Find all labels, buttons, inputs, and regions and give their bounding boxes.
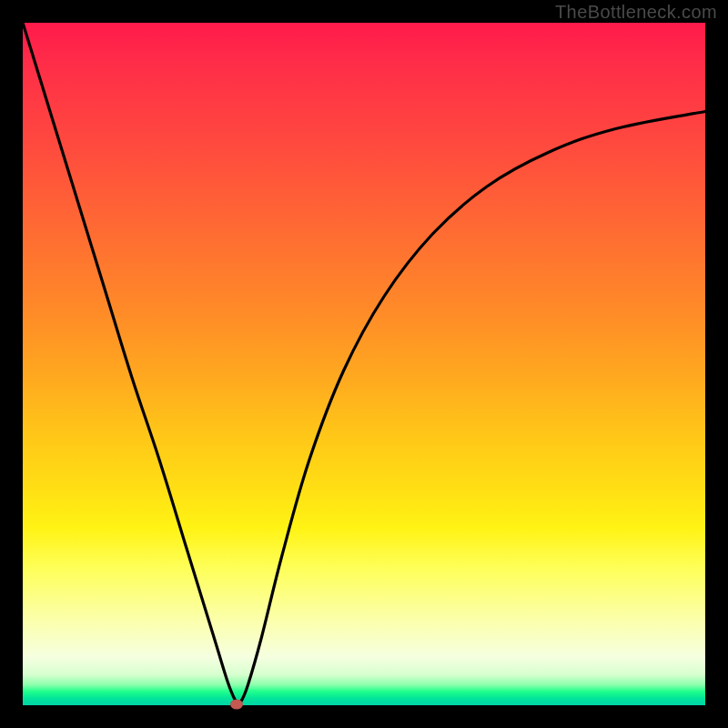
- curve-svg: [23, 23, 705, 705]
- plot-area: [23, 23, 705, 705]
- watermark-text: TheBottleneck.com: [555, 2, 717, 23]
- minimum-marker: [230, 699, 243, 709]
- chart-frame: TheBottleneck.com: [0, 0, 728, 728]
- curve-path: [23, 23, 705, 703]
